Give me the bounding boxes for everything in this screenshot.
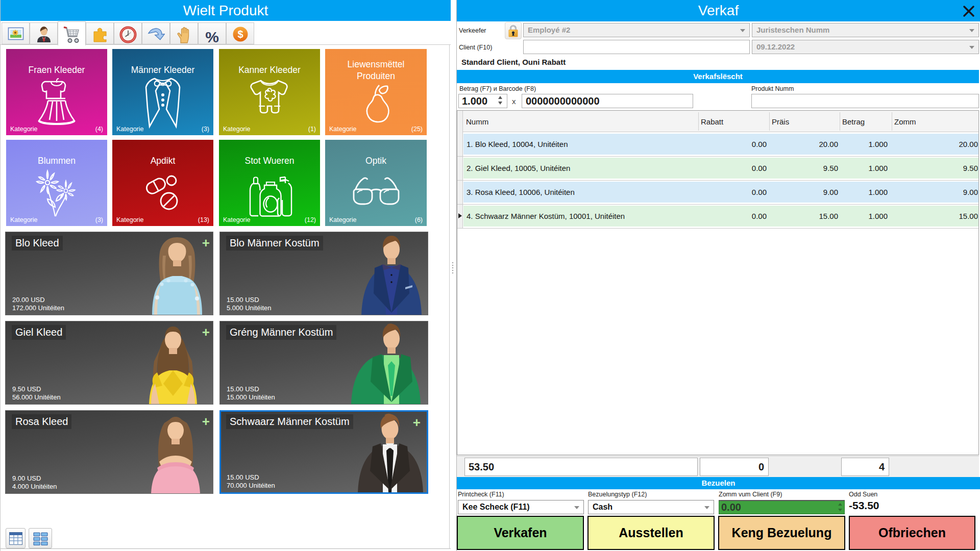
svg-text:$: $ <box>237 29 243 40</box>
